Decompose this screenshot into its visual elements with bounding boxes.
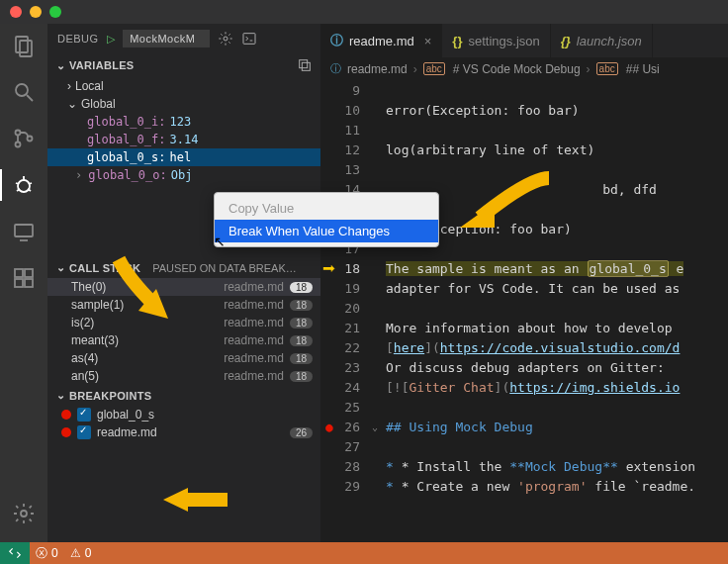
svg-line-9 — [16, 183, 19, 184]
debug-icon[interactable] — [12, 173, 36, 200]
debug-console-icon[interactable] — [241, 31, 257, 47]
variable-row[interactable]: global_0_i: 123 — [47, 113, 320, 131]
svg-marker-26 — [163, 488, 188, 512]
chevron-down-icon: ⌄ — [55, 261, 65, 274]
cursor-icon: ↖ — [214, 234, 226, 249]
collapse-all-icon[interactable] — [297, 57, 313, 73]
error-icon: ⓧ — [36, 545, 47, 562]
scope-local[interactable]: ›Local — [47, 77, 320, 95]
stack-frame[interactable]: an(5)readme.md18 — [47, 367, 320, 385]
breakpoint-checkbox[interactable] — [77, 408, 91, 422]
string-icon: abc — [423, 62, 445, 75]
remote-explorer-icon[interactable] — [12, 220, 36, 246]
source-control-icon[interactable] — [12, 127, 36, 153]
variable-row[interactable]: ›global_0_o: Obj — [47, 166, 320, 184]
variables-pane-header[interactable]: ⌄ VARIABLES — [47, 53, 320, 77]
remote-indicator[interactable] — [0, 542, 30, 564]
info-icon: ⓘ — [330, 61, 341, 76]
chevron-down-icon: ⌄ — [55, 59, 65, 72]
status-bar: ⓧ0 ⚠0 — [0, 542, 728, 564]
status-errors[interactable]: ⓧ0 — [30, 545, 64, 562]
search-icon[interactable] — [12, 80, 36, 107]
stack-frame[interactable]: as(4)readme.md18 — [47, 349, 320, 367]
tab-settings[interactable]: {}settings.json — [442, 24, 550, 57]
breakpoint-row[interactable]: global_0_s — [47, 406, 320, 423]
string-icon: abc — [596, 62, 618, 75]
breakpoint-dot-icon — [61, 410, 71, 420]
editor-tabs: ⓘreadme.md× {}settings.json {}launch.jso… — [320, 24, 728, 57]
current-frame-icon: ⮕ — [320, 259, 338, 279]
explorer-icon[interactable] — [12, 34, 36, 60]
debug-toolbar: DEBUG ▷ MockMockM — [47, 24, 320, 53]
variables-title: VARIABLES — [69, 59, 134, 71]
info-icon: ⓘ — [330, 32, 343, 49]
svg-point-4 — [16, 131, 21, 136]
svg-rect-17 — [15, 279, 23, 287]
json-icon: {} — [561, 34, 571, 48]
svg-rect-13 — [15, 225, 33, 236]
annotation-arrow-icon — [99, 249, 188, 329]
window-titlebar — [0, 0, 728, 24]
svg-point-20 — [224, 37, 228, 41]
svg-point-19 — [21, 511, 27, 517]
breakpoints-title: BREAKPOINTS — [69, 390, 151, 402]
minimize-window-icon[interactable] — [30, 6, 42, 18]
close-icon[interactable]: × — [424, 34, 432, 48]
svg-marker-24 — [460, 203, 495, 228]
code-editor[interactable]: 9 10error(Exception: foo bar) 11 12log(a… — [320, 81, 728, 542]
breakpoints-pane-header[interactable]: ⌄ BREAKPOINTS — [47, 385, 320, 406]
variable-row-selected[interactable]: global_0_s: hel — [47, 148, 320, 166]
stack-frame[interactable]: meant(3)readme.md18 — [47, 331, 320, 349]
json-icon: {} — [452, 34, 462, 48]
tab-launch[interactable]: {}launch.json — [551, 24, 653, 57]
breakpoint-dot-icon — [61, 427, 71, 437]
variable-row[interactable]: global_0_f: 3.14 — [47, 131, 320, 148]
ctx-break-on-value-change[interactable]: Break When Value Changes — [215, 220, 438, 242]
svg-point-6 — [28, 137, 33, 141]
breadcrumb[interactable]: ⓘreadme.md ›abc# VS Code Mock Debug ›abc… — [320, 57, 728, 81]
activity-bar — [0, 24, 47, 542]
breakpoint-checkbox[interactable] — [77, 425, 91, 439]
svg-rect-18 — [25, 279, 33, 287]
svg-line-10 — [29, 183, 32, 184]
svg-rect-0 — [16, 37, 28, 52]
ctx-copy-value[interactable]: Copy Value — [215, 197, 438, 220]
debug-label: DEBUG — [57, 33, 99, 45]
start-debug-icon[interactable]: ▷ — [107, 33, 116, 46]
svg-rect-22 — [300, 60, 308, 68]
svg-rect-21 — [243, 34, 255, 45]
status-warnings[interactable]: ⚠0 — [64, 546, 98, 560]
svg-point-2 — [16, 84, 28, 96]
debug-config-select[interactable]: MockMockM — [123, 30, 210, 47]
zoom-window-icon[interactable] — [49, 6, 61, 18]
extensions-icon[interactable] — [12, 266, 36, 293]
close-window-icon[interactable] — [10, 6, 22, 18]
scope-global[interactable]: ⌄Global — [47, 95, 320, 113]
chevron-down-icon: ⌄ — [55, 389, 65, 402]
breakpoint-row[interactable]: readme.md 26 — [47, 423, 320, 441]
svg-rect-15 — [15, 269, 23, 277]
svg-point-5 — [16, 142, 21, 147]
context-menu: Copy Value Break When Value Changes — [214, 192, 439, 247]
settings-gear-icon[interactable] — [12, 502, 36, 528]
gear-icon[interactable] — [218, 31, 233, 47]
svg-rect-16 — [25, 269, 33, 277]
tab-readme[interactable]: ⓘreadme.md× — [320, 24, 442, 57]
breakpoint-gutter-icon[interactable]: ● — [320, 418, 338, 437]
svg-line-3 — [27, 95, 33, 101]
annotation-arrow-icon — [440, 168, 559, 237]
svg-rect-23 — [302, 62, 310, 70]
svg-rect-1 — [20, 41, 32, 56]
editor-group: ⓘreadme.md× {}settings.json {}launch.jso… — [320, 24, 728, 542]
warning-icon: ⚠ — [70, 546, 81, 560]
annotation-arrow-icon — [158, 480, 237, 519]
